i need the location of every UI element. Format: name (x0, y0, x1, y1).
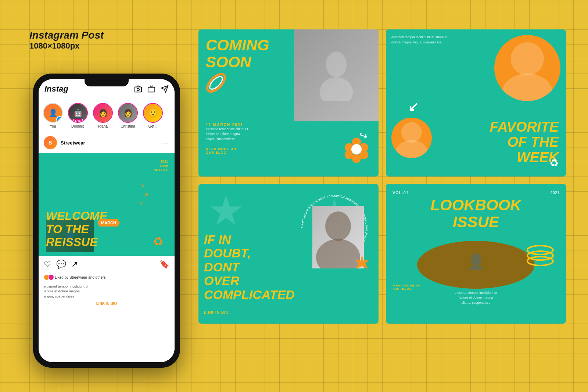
post-image: 2021NEWARTICLE ✳ ✳ ✳ 👤 MARCH ♻ WELCOMETO… (39, 153, 175, 256)
lookbook-read-more: READ MORE ONOUR BLOG (393, 284, 421, 291)
bookmark-icon[interactable]: 🔖 (159, 260, 169, 269)
starburst-2: ✳ (144, 192, 149, 197)
svg-point-14 (351, 144, 362, 154)
arrow-white-icon: ↙ (408, 99, 419, 114)
lookbook-vol: VOL.01 (392, 190, 409, 195)
star-decoration (209, 195, 243, 228)
svg-text:Instag: Instag (44, 84, 68, 93)
rings-decoration (526, 245, 555, 271)
favorite-main-text: FAVORITEOF THEWEEK (490, 120, 559, 165)
story-you[interactable]: 👤 + You (42, 103, 64, 128)
post-welcome-text: WELCOMETO THEREISSUE (46, 210, 107, 249)
title-block: Instagram Post 1080×1080px (29, 29, 104, 51)
starburst-3: ✳ (140, 201, 143, 206)
svg-rect-1 (135, 87, 141, 92)
phone-container: Instag (33, 74, 187, 375)
recycle-white-icon: ♻ (549, 157, 559, 169)
link-in-bio-label: LINK IN BIO (96, 302, 117, 306)
doubt-link-text: LINK IN BIO (204, 310, 229, 314)
doubt-main-text: IF INDOUBT,DONT OVERCOMPLICATED (204, 233, 277, 302)
svg-point-15 (511, 42, 544, 75)
starburst-1: ✳ (140, 182, 145, 189)
post-link[interactable]: → LINK IN BIO ← (39, 299, 175, 309)
feed-post: S Streetwear ⋯ 2021NEWARTICLE ✳ ✳ ✳ 👤 MA… (39, 132, 175, 362)
post-favorite-week: eiusmod tempor incididunt ut labore et d… (386, 29, 566, 177)
march-badge: MARCH (97, 219, 120, 227)
phone: Instag (33, 74, 180, 368)
svg-point-18 (395, 140, 428, 158)
posts-grid: COMINGSOON 12 MARCH 2021 eiusmod tempor … (198, 29, 566, 324)
svg-rect-3 (148, 87, 155, 92)
svg-point-16 (502, 74, 553, 101)
favorite-photo-small (391, 118, 432, 158)
svg-point-2 (137, 88, 139, 90)
share-icon[interactable]: ↗ (71, 260, 78, 269)
post-avatar: S (44, 136, 57, 149)
story-avatar-dominic: 🤖 LIVE (68, 103, 88, 123)
svg-point-5 (320, 77, 353, 101)
send-icon[interactable] (161, 85, 169, 95)
recycle-icon: ♻ (153, 235, 164, 249)
story-dominic[interactable]: 🤖 LIVE Dominic (67, 103, 89, 128)
svg-text:👤: 👤 (467, 253, 485, 270)
post-lookbook-issue: VOL.01 2021 LOOKBOOKISSUE 👤 READ MORE ON… (386, 184, 566, 324)
post-username: Streetwear (61, 140, 158, 146)
article-label: 2021NEWARTICLE (154, 160, 168, 172)
page-size: 1080×1080px (29, 41, 104, 51)
liked-by-text: Liked by Streetwear and others (55, 275, 105, 279)
coming-soon-body: eiusmod tempor incididunt utlabore et do… (206, 127, 248, 142)
story-avatar-riana: 👩 (93, 103, 113, 123)
post-caption-body: eiusmod tempor incididunt utlabore et do… (39, 284, 175, 299)
coming-soon-title: COMINGSOON (206, 37, 269, 71)
lookbook-main-text: LOOKBOOKISSUE (392, 197, 559, 231)
tv-icon[interactable] (147, 85, 155, 95)
like-icon[interactable]: ♡ (44, 260, 51, 269)
svg-point-17 (401, 122, 422, 143)
svg-point-28 (527, 257, 553, 266)
liked-avatar-2 (48, 274, 54, 280)
story-christina[interactable]: 👩 Christina (117, 103, 139, 128)
coming-soon-photo (294, 29, 379, 121)
post-if-in-doubt: Lorem ipsum dolor sit amet, consectetur … (198, 184, 379, 324)
story-name-you: You (50, 124, 56, 128)
coming-soon-date: 12 MARCH 2021 (206, 123, 243, 127)
phone-screen: Instag (39, 79, 175, 362)
liked-by: Liked by Streetwear and others (39, 273, 175, 282)
flower-decoration (342, 135, 371, 169)
stories-bar: 👤 + You 🤖 LIVE Dominic 👩 Ria (39, 99, 175, 132)
post-actions: ♡ 💬 ↗ 🔖 (39, 256, 175, 273)
svg-point-21 (325, 211, 351, 241)
favorite-photo-large (494, 35, 560, 101)
header-icons (134, 85, 169, 95)
story-name-get: Get... (148, 124, 157, 128)
story-name-riana: Riana (98, 124, 108, 128)
liked-avatars (44, 274, 53, 280)
post-header: S Streetwear ⋯ (39, 132, 175, 153)
svg-point-6 (204, 71, 228, 95)
ring-decoration (200, 67, 234, 104)
post-coming-soon: COMINGSOON 12 MARCH 2021 eiusmod tempor … (198, 29, 379, 177)
lookbook-body-text: eiusmod tempor incididunt utlabore et do… (392, 291, 559, 306)
svg-marker-23 (355, 255, 369, 269)
story-avatar-get: 🙂 (143, 103, 163, 123)
story-name-dominic: Dominic (71, 124, 85, 128)
story-name-christina: Christina (121, 124, 135, 128)
story-get[interactable]: 🙂 Get... (142, 103, 164, 128)
coming-soon-read-more: READ MORE ONOUR BLOG (206, 147, 236, 154)
comment-icon[interactable]: 💬 (56, 260, 66, 269)
story-avatar-christina: 👩 (118, 103, 138, 123)
story-avatar-you: 👤 + (43, 103, 63, 123)
post-more-icon[interactable]: ⋯ (162, 138, 169, 147)
page-heading: Instagram Post (29, 29, 104, 41)
starburst-orange (353, 254, 371, 276)
lookbook-oval-photo: 👤 (417, 241, 535, 289)
phone-notch (85, 79, 129, 86)
favorite-top-text: eiusmod tempor incididunt ut labore et d… (391, 35, 450, 45)
story-riana[interactable]: 👩 Riana (92, 103, 114, 128)
lookbook-year: 2021 (551, 190, 559, 195)
svg-point-4 (326, 51, 347, 77)
camera-icon[interactable] (134, 85, 142, 95)
